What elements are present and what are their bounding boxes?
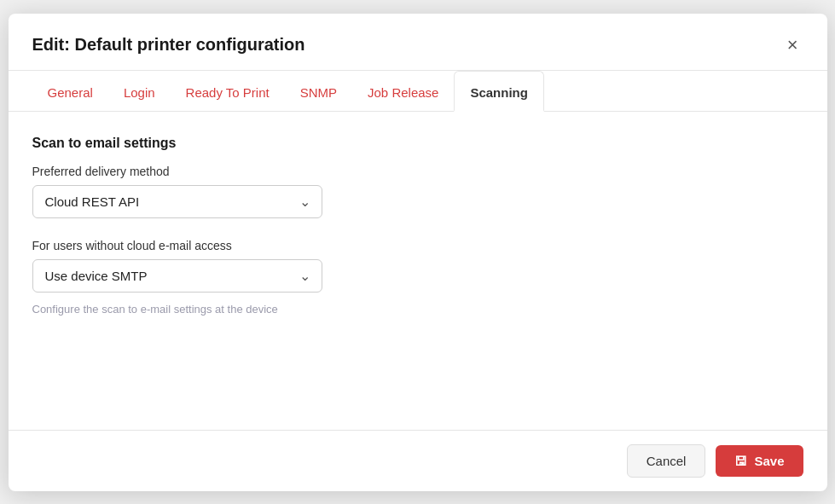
cancel-button[interactable]: Cancel [627,444,706,478]
save-button-label: Save [754,454,784,468]
preferred-delivery-wrapper: Cloud REST API SMTP Cloud REST API (fall… [32,185,322,218]
tab-job-release[interactable]: Job Release [352,72,454,112]
modal-dialog: Edit: Default printer configuration × Ge… [9,14,827,491]
save-icon: 🖫 [734,454,747,468]
preferred-delivery-select[interactable]: Cloud REST API SMTP Cloud REST API (fall… [32,185,322,218]
modal-body: Scan to email settings Preferred deliver… [9,112,827,430]
tab-snmp[interactable]: SNMP [285,72,352,112]
tabs-bar: General Login Ready To Print SNMP Job Re… [9,71,827,112]
section-title: Scan to email settings [32,136,803,151]
modal-title: Edit: Default printer configuration [32,35,305,55]
save-button[interactable]: 🖫 Save [716,445,803,477]
users-without-cloud-select[interactable]: Use device SMTP Disable scanning Use clo… [32,259,322,293]
tab-ready-to-print[interactable]: Ready To Print [171,72,285,112]
modal-overlay: Edit: Default printer configuration × Ge… [0,0,835,504]
configure-hint-link[interactable]: Configure the scan to e-mail settings at… [32,303,803,316]
users-without-cloud-label: For users without cloud e-mail access [32,239,803,252]
modal-footer: Cancel 🖫 Save [9,430,827,491]
tab-login[interactable]: Login [108,72,171,112]
preferred-delivery-label: Preferred delivery method [32,165,803,178]
users-without-cloud-wrapper: Use device SMTP Disable scanning Use clo… [32,259,322,293]
modal-header: Edit: Default printer configuration × [9,14,827,71]
close-button[interactable]: × [782,34,803,56]
tab-scanning[interactable]: Scanning [454,71,544,112]
tab-general[interactable]: General [32,72,108,112]
